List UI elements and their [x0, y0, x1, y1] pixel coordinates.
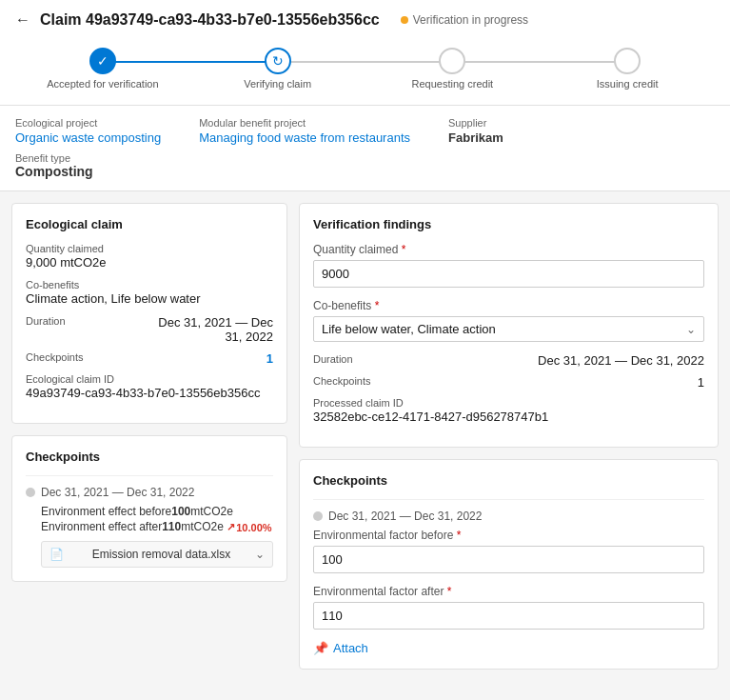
header-top: ← Claim 49a93749-ca93-4b33-b7e0-13556eb3…: [15, 11, 715, 29]
step-circle-accepted: ✓: [89, 48, 116, 74]
checkpoints-value: 1: [149, 351, 273, 366]
step-circle-requesting: [439, 48, 465, 74]
paperclip-icon: 📌: [313, 641, 328, 655]
checkpoint-right-date-row: Dec 31, 2021 — Dec 31, 2022: [313, 510, 704, 523]
vf-checkpoints-label: Checkpoints: [313, 375, 509, 389]
checkpoints-label: Checkpoints: [26, 351, 149, 365]
claim-title: Claim 49a93749-ca93-4b33-b7e0-13556eb356…: [40, 11, 380, 29]
percent-value: 10.00%: [236, 522, 271, 533]
vf-cobenefits-field: Co-benefits * Life below water, Climate …: [313, 299, 704, 342]
supplier-value: Fabrikam: [448, 130, 503, 145]
env-before-value: 100: [171, 505, 190, 518]
quantity-value: 9,000 mtCO2e: [26, 255, 273, 270]
duration-label: Duration: [26, 315, 149, 343]
file-row[interactable]: 📄 Emission removal data.xlsx ⌄: [41, 541, 273, 568]
checkpoint-date: Dec 31, 2021 — Dec 31, 2022: [41, 486, 194, 499]
vf-cobenefits-required: *: [375, 299, 380, 312]
checkpoints-left-title: Checkpoints: [26, 450, 273, 464]
percent-arrow-icon: ↗: [227, 521, 235, 533]
status-badge: Verification in progress: [401, 13, 528, 27]
benefit-type-label: Benefit type: [15, 152, 715, 164]
env-before-unit: mtCO2e: [190, 505, 233, 518]
checkpoint-dot-icon: [26, 488, 35, 497]
checkpoints-field: Checkpoints 1: [26, 351, 273, 366]
step-requesting: Requesting credit: [365, 48, 541, 90]
vf-quantity-required: *: [402, 243, 406, 256]
step-verifying: ↻ Verifying claim: [190, 48, 365, 90]
left-panel: Ecological claim Quantity claimed 9,000 …: [11, 203, 287, 670]
step-label-accepted: Accepted for verification: [47, 78, 158, 90]
step-label-requesting: Requesting credit: [412, 78, 494, 90]
chevron-down-icon: ⌄: [686, 323, 696, 336]
claim-id-label: Ecological claim ID: [26, 373, 273, 385]
supplier-field: Supplier Fabrikam: [448, 117, 503, 145]
main-content: Ecological claim Quantity claimed 9,000 …: [0, 191, 730, 681]
step-label-verifying: Verifying claim: [244, 78, 311, 90]
ecological-project-label: Ecological project: [15, 117, 161, 129]
verification-findings-card: Verification findings Quantity claimed *…: [299, 203, 719, 448]
env-after-value: 110: [162, 520, 181, 533]
vf-quantity-input[interactable]: [313, 260, 704, 288]
verification-findings-title: Verification findings: [313, 217, 704, 231]
status-text: Verification in progress: [413, 13, 528, 27]
ecological-project-value[interactable]: Organic waste composting: [15, 130, 161, 145]
checkpoint-right-date: Dec 31, 2021 — Dec 31, 2022: [328, 510, 482, 523]
env-before-label: Environment effect before: [41, 505, 171, 518]
back-icon[interactable]: ←: [15, 11, 30, 29]
project-info-row: Ecological project Organic waste compost…: [15, 117, 715, 145]
file-name: Emission removal data.xlsx: [92, 548, 230, 561]
step-issuing: Issuing credit: [540, 48, 715, 90]
vf-processed-id-field: Processed claim ID 32582ebc-ce12-4171-84…: [313, 397, 704, 424]
modular-benefit-value[interactable]: Managing food waste from restaurants: [199, 130, 410, 145]
attach-button[interactable]: 📌 Attach: [313, 641, 368, 655]
vf-cobenefits-select[interactable]: Life below water, Climate action ⌄: [313, 316, 704, 342]
modular-benefit-label: Modular benefit project: [199, 117, 410, 129]
cobenefits-label: Co-benefits: [26, 279, 273, 290]
attach-label: Attach: [333, 641, 368, 655]
vf-cobenefits-value: Life below water, Climate action: [322, 322, 686, 336]
step-accepted: ✓ Accepted for verification: [15, 48, 190, 90]
vf-processed-id-value: 32582ebc-ce12-4171-8427-d956278747b1: [313, 410, 704, 424]
claim-id-field: Ecological claim ID 49a93749-ca93-4b33-b…: [26, 373, 273, 400]
env-after-row: Environment effect after110mtCO2e ↗ 10.0…: [26, 520, 273, 533]
cr-env-before-label: Environmental factor before *: [313, 529, 704, 542]
chevron-down-icon: ⌄: [255, 548, 265, 561]
benefit-type-value: Composting: [15, 164, 715, 179]
steps-container: ✓ Accepted for verification ↻ Verifying …: [15, 40, 715, 105]
vf-duration-label: Duration: [313, 353, 509, 367]
env-after-unit: mtCO2e: [181, 520, 224, 533]
project-info: Ecological project Organic waste compost…: [0, 106, 730, 191]
header: ← Claim 49a93749-ca93-4b33-b7e0-13556eb3…: [0, 0, 730, 106]
vf-duration-field: Duration Dec 31, 2021 — Dec 31, 2022: [313, 353, 704, 368]
cobenefits-value: Climate action, Life below water: [26, 291, 273, 306]
status-dot-icon: [401, 16, 408, 24]
checkpoints-right-card: Checkpoints Dec 31, 2021 — Dec 31, 2022 …: [299, 459, 719, 670]
cr-env-before-input[interactable]: [313, 546, 704, 573]
quantity-field: Quantity claimed 9,000 mtCO2e: [26, 243, 273, 270]
vf-duration-value: Dec 31, 2021 — Dec 31, 2022: [509, 353, 705, 368]
cr-env-after-label: Environmental factor after *: [313, 585, 704, 598]
vf-checkpoints-value: 1: [509, 375, 705, 390]
benefit-type-section: Benefit type Composting: [15, 152, 715, 179]
checkpoint-right-item: Dec 31, 2021 — Dec 31, 2022 Environmenta…: [313, 499, 704, 655]
quantity-label: Quantity claimed: [26, 243, 273, 254]
step-label-issuing: Issuing credit: [597, 78, 659, 90]
cr-env-before-field: Environmental factor before *: [313, 529, 704, 573]
vf-cobenefits-label: Co-benefits *: [313, 299, 704, 312]
env-before-row: Environment effect before100mtCO2e: [26, 505, 273, 518]
duration-value: Dec 31, 2021 — Dec 31, 2022: [149, 315, 273, 344]
step-circle-issuing: [614, 48, 641, 74]
modular-benefit-field: Modular benefit project Managing food wa…: [199, 117, 410, 145]
ecological-claim-title: Ecological claim: [26, 217, 273, 231]
supplier-label: Supplier: [448, 117, 503, 129]
checkpoints-left-card: Checkpoints Dec 31, 2021 — Dec 31, 2022 …: [11, 435, 287, 582]
cr-env-before-required: *: [457, 529, 462, 542]
cobenefits-field: Co-benefits Climate action, Life below w…: [26, 279, 273, 306]
cr-env-after-field: Environmental factor after *: [313, 585, 704, 630]
cr-env-after-required: *: [447, 585, 452, 598]
checkpoint-right-dot-icon: [313, 511, 323, 521]
duration-field: Duration Dec 31, 2021 — Dec 31, 2022: [26, 315, 273, 344]
cr-env-after-input[interactable]: [313, 602, 704, 630]
ecological-project-field: Ecological project Organic waste compost…: [15, 117, 161, 145]
env-after-label: Environment effect after: [41, 520, 162, 533]
